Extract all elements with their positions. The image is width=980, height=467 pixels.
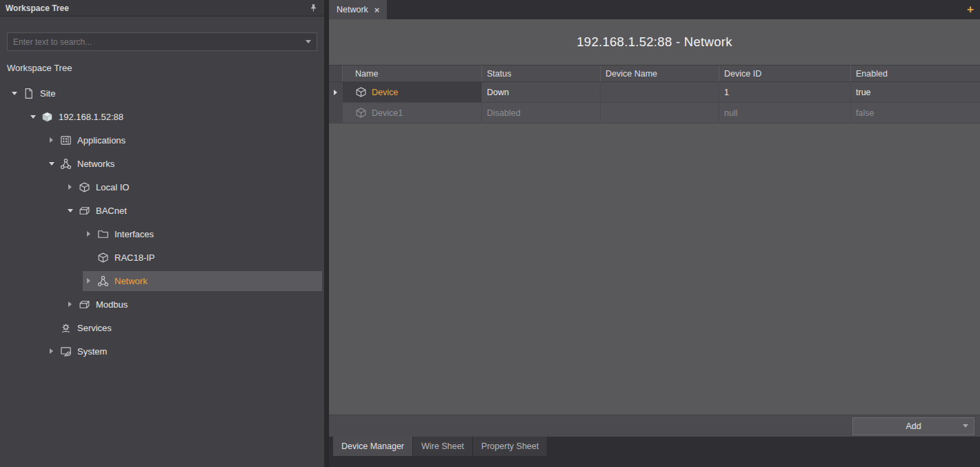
action-strip: Add [329,415,980,437]
add-button[interactable]: Add [852,417,974,435]
applications-grid-icon [59,134,72,146]
column-header-name[interactable]: Name [343,66,482,81]
table-row-device1[interactable]: Device1 Disabled null false [329,103,980,123]
column-header-status[interactable]: Status [482,66,601,81]
tab-label: Network [337,5,368,14]
table-row-device[interactable]: Device Down 1 true [329,82,980,103]
expand-arrow-icon[interactable] [27,115,39,119]
row-indicator-cell [329,103,343,123]
main-panel: Network × + 192.168.1.52:88 - Network Na… [329,0,980,467]
row-indicator-cell [329,82,343,102]
network-nodes-icon [59,157,72,170]
device-box-icon [96,251,110,264]
network-nodes-icon [96,275,110,287]
workspace-tree-header: Workspace Tree [0,0,324,17]
cell-status[interactable]: Disabled [482,103,601,123]
chevron-down-icon[interactable] [300,33,317,50]
expand-arrow-icon[interactable] [64,209,76,212]
tree-item-interfaces[interactable]: Interfaces [0,222,324,246]
tree-item-networks[interactable]: Networks [0,152,324,175]
tab-device-manager[interactable]: Device Manager [333,437,413,456]
device-box-icon [354,107,368,119]
table-empty-area [329,123,980,415]
close-icon[interactable]: × [374,6,380,14]
expand-arrow-icon[interactable] [83,231,94,237]
document-icon [21,87,35,99]
tree-item-local-io[interactable]: Local IO [0,175,324,199]
pin-icon[interactable] [308,3,319,14]
workspace-tree: Site 192.168.1.52:88 Applications [0,77,324,467]
tab-network[interactable]: Network × [329,0,387,19]
add-button-label: Add [906,421,921,431]
workspace-tree-panel: Workspace Tree Workspace Tree Site [0,0,324,467]
row-indicator-column-header [329,66,343,81]
tree-item-modbus[interactable]: Modbus [0,292,324,316]
cell-enabled[interactable]: true [851,82,980,102]
table-header: Name Status Device Name Device ID Enable… [329,65,980,82]
tab-property-sheet[interactable]: Property Sheet [473,437,548,456]
folder-icon [96,228,110,240]
drive-icon [77,204,91,217]
drive-icon [77,298,91,310]
device-box-icon [77,181,91,193]
expand-arrow-icon[interactable] [46,162,57,166]
tree-item-rac18-ip[interactable]: RAC18-IP [0,246,324,269]
cell-status[interactable]: Down [482,82,601,102]
panel-splitter[interactable] [324,0,329,467]
tree-item-network[interactable]: Network [0,269,324,292]
search-input[interactable] [8,37,300,47]
tree-root-label: Workspace Tree [0,59,324,77]
tree-item-applications[interactable]: Applications [0,128,324,152]
search-area [0,17,324,59]
column-header-enabled[interactable]: Enabled [851,66,980,81]
column-header-device-id[interactable]: Device ID [719,66,851,81]
expand-arrow-icon[interactable] [64,184,76,190]
expand-arrow-icon[interactable] [46,348,57,354]
view-tab-bar: Device Manager Wire Sheet Property Sheet [329,437,980,467]
column-header-device-name[interactable]: Device Name [601,66,719,81]
tree-item-bacnet[interactable]: BACnet [0,199,324,222]
device-box-icon [354,86,368,99]
application-window: Workspace Tree Workspace Tree Site [0,0,980,467]
expand-arrow-icon[interactable] [64,301,76,307]
cell-device-name[interactable] [601,82,719,102]
tab-wire-sheet[interactable]: Wire Sheet [413,437,473,456]
expand-arrow-icon[interactable] [8,92,20,95]
cell-device-id[interactable]: 1 [719,82,851,102]
chevron-down-icon [963,424,968,428]
cell-name[interactable]: Device1 [343,103,482,123]
cell-enabled[interactable]: false [851,103,980,123]
expand-arrow-icon[interactable] [83,278,94,284]
new-tab-button[interactable]: + [961,0,980,19]
page-title: 192.168.1.52:88 - Network [329,19,980,65]
search-combobox[interactable] [7,32,317,51]
controller-box-icon [40,110,54,123]
device-manager-view: 192.168.1.52:88 - Network Name Status De… [329,19,980,437]
expand-arrow-icon[interactable] [46,137,57,143]
cell-name[interactable]: Device [343,82,482,102]
system-monitor-icon [59,345,72,357]
row-selector-arrow-icon [334,90,337,95]
tree-item-site[interactable]: Site [0,81,324,105]
cell-device-id[interactable]: null [719,103,851,123]
tree-item-system[interactable]: System [0,339,324,363]
tree-item-services[interactable]: Services [0,316,324,339]
services-gear-icon [59,321,72,334]
document-tab-bar: Network × + [329,0,980,19]
cell-device-name[interactable] [601,103,719,123]
panel-title: Workspace Tree [6,3,69,13]
tree-item-controller[interactable]: 192.168.1.52:88 [0,105,324,128]
